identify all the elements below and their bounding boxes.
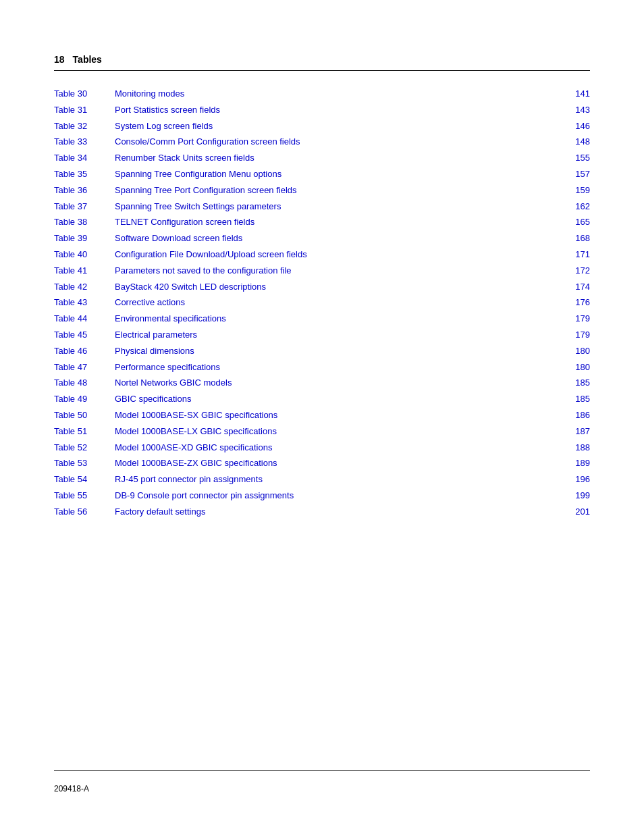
toc-label: Table 35 [54,167,115,182]
toc-title-container: Port Statistics screen fields143 [115,103,590,118]
section-title: Tables [73,54,102,65]
toc-title-text: Monitoring modes [115,87,184,101]
toc-page-number: 196 [575,473,590,487]
toc-row[interactable]: Table 41Parameters not saved to the conf… [54,264,590,278]
toc-row[interactable]: Table 48Nortel Networks GBIC models185 [54,376,590,390]
toc-row[interactable]: Table 46Physical dimensions180 [54,344,590,359]
toc-row[interactable]: Table 33Console/Comm Port Configuration … [54,135,590,149]
toc-title-container: Spanning Tree Configuration Menu options… [115,167,590,182]
page-footer: 209418-A [54,770,590,793]
page-header: 18 Tables [54,54,590,71]
toc-title-container: Parameters not saved to the configuratio… [115,264,590,278]
toc-title-container: Factory default settings201 [115,505,590,519]
toc-row[interactable]: Table 56Factory default settings201 [54,505,590,519]
toc-page-number: 171 [575,248,590,262]
toc-page-number: 179 [575,328,590,342]
toc-title-container: Corrective actions176 [115,296,590,310]
toc-row[interactable]: Table 53Model 1000BASE-ZX GBIC specifica… [54,457,590,471]
toc-page-number: 179 [575,312,590,326]
toc-page-number: 141 [575,87,590,101]
toc-title-text: Configuration File Download/Upload scree… [115,248,307,262]
toc-page-number: 180 [575,361,590,375]
toc-row[interactable]: Table 31Port Statistics screen fields143 [54,103,590,118]
toc-title-container: BayStack 420 Switch LED descriptions174 [115,280,590,294]
toc-title-container: Console/Comm Port Configuration screen f… [115,135,590,149]
toc-title-text: Renumber Stack Units screen fields [115,151,254,165]
toc-title-text: Nortel Networks GBIC models [115,376,232,390]
toc-title-container: Renumber Stack Units screen fields155 [115,151,590,165]
toc-label: Table 54 [54,473,115,487]
toc-label: Table 56 [54,505,115,519]
toc-row[interactable]: Table 44Environmental specifications179 [54,312,590,326]
toc-page-number: 180 [575,344,590,359]
page-number: 18 [54,54,65,65]
toc-title-container: Spanning Tree Switch Settings parameters… [115,200,590,214]
toc-page-number: 165 [575,215,590,230]
toc-page-number: 159 [575,184,590,198]
toc-label: Table 55 [54,489,115,503]
toc-title-text: Model 1000BASE-ZX GBIC specifications [115,457,277,471]
toc-title-text: Port Statistics screen fields [115,103,220,118]
toc-page-number: 185 [575,392,590,407]
toc-title-text: Performance specifications [115,361,220,375]
toc-title-text: Spanning Tree Configuration Menu options [115,167,281,182]
toc-title-text: DB-9 Console port connector pin assignme… [115,489,294,503]
toc-page-number: 188 [575,441,590,455]
toc-title-text: Model 1000BASE-SX GBIC specifications [115,409,277,423]
toc-title-container: Performance specifications180 [115,361,590,375]
toc-label: Table 38 [54,215,115,230]
toc-row[interactable]: Table 36Spanning Tree Port Configuration… [54,184,590,198]
toc-title-container: RJ-45 port connector pin assignments196 [115,473,590,487]
toc-row[interactable]: Table 50Model 1000BASE-SX GBIC specifica… [54,409,590,423]
toc-title-container: Spanning Tree Port Configuration screen … [115,184,590,198]
toc-row[interactable]: Table 55DB-9 Console port connector pin … [54,489,590,503]
toc-row[interactable]: Table 39Software Download screen fields1… [54,232,590,246]
toc-row[interactable]: Table 38TELNET Configuration screen fiel… [54,215,590,230]
toc-row[interactable]: Table 51Model 1000BASE-LX GBIC specifica… [54,425,590,439]
toc-row[interactable]: Table 49GBIC specifications185 [54,392,590,407]
toc-page-number: 148 [575,135,590,149]
toc-page-number: 155 [575,151,590,165]
toc-row[interactable]: Table 52Model 1000ASE-XD GBIC specificat… [54,441,590,455]
toc-label: Table 48 [54,376,115,390]
toc-title-container: TELNET Configuration screen fields165 [115,215,590,230]
toc-page-number: 172 [575,264,590,278]
toc-page-number: 174 [575,280,590,294]
toc-label: Table 44 [54,312,115,326]
toc-row[interactable]: Table 54RJ-45 port connector pin assignm… [54,473,590,487]
toc-row[interactable]: Table 42BayStack 420 Switch LED descript… [54,280,590,294]
toc-title-text: TELNET Configuration screen fields [115,215,254,230]
toc-page-number: 199 [575,489,590,503]
toc-row[interactable]: Table 43Corrective actions176 [54,296,590,310]
toc-page-number: 187 [575,425,590,439]
toc-label: Table 40 [54,248,115,262]
toc-page-number: 162 [575,200,590,214]
toc-title-text: Console/Comm Port Configuration screen f… [115,135,300,149]
page-container: 18 Tables Table 30Monitoring modes141Tab… [0,0,644,834]
toc-row[interactable]: Table 47Performance specifications180 [54,361,590,375]
toc-label: Table 49 [54,392,115,407]
toc-row[interactable]: Table 30Monitoring modes141 [54,87,590,101]
toc-row[interactable]: Table 34Renumber Stack Units screen fiel… [54,151,590,165]
toc-title-text: Parameters not saved to the configuratio… [115,264,292,278]
toc-label: Table 41 [54,264,115,278]
toc-label: Table 51 [54,425,115,439]
toc-title-text: System Log screen fields [115,120,213,134]
toc-title-container: Model 1000BASE-SX GBIC specifications186 [115,409,590,423]
toc-page-number: 189 [575,457,590,471]
toc-row[interactable]: Table 45Electrical parameters179 [54,328,590,342]
toc-title-container: System Log screen fields146 [115,120,590,134]
toc-label: Table 30 [54,87,115,101]
toc-row[interactable]: Table 40Configuration File Download/Uplo… [54,248,590,262]
toc-title-text: Physical dimensions [115,344,194,359]
toc-page-number: 157 [575,167,590,182]
toc-row[interactable]: Table 35Spanning Tree Configuration Menu… [54,167,590,182]
toc-label: Table 31 [54,103,115,118]
toc-label: Table 53 [54,457,115,471]
toc-row[interactable]: Table 37Spanning Tree Switch Settings pa… [54,200,590,214]
toc-row[interactable]: Table 32System Log screen fields146 [54,120,590,134]
toc-label: Table 42 [54,280,115,294]
toc-title-text: Model 1000ASE-XD GBIC specifications [115,441,272,455]
toc-label: Table 37 [54,200,115,214]
toc-title-text: Spanning Tree Port Configuration screen … [115,184,297,198]
